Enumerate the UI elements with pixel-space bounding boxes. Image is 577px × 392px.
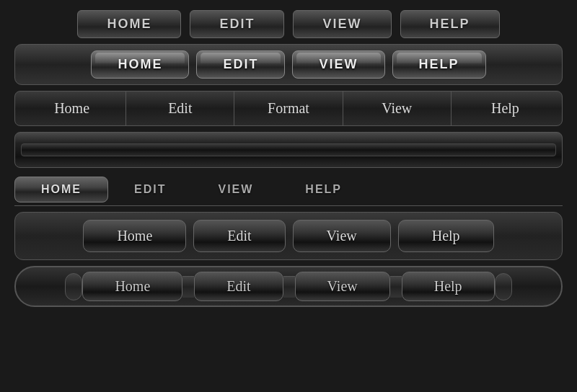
navbar-row6: Home Edit View Help (14, 212, 563, 260)
row3-view-button[interactable]: View (343, 92, 452, 125)
row7-help-button[interactable]: Help (402, 272, 495, 301)
row6-help-button[interactable]: Help (398, 220, 494, 252)
row7-connector2 (283, 276, 295, 298)
navbar-row5-wrapper: HOME EDIT VIEW HELP (14, 174, 563, 206)
row7-connector1 (182, 276, 194, 298)
row1-view-button[interactable]: VIEW (293, 10, 391, 38)
row1-help-button[interactable]: HELP (400, 10, 500, 38)
row4-inner-bar (21, 143, 556, 156)
row2-home-button[interactable]: HOME (91, 50, 189, 79)
navbar-row4 (14, 132, 563, 168)
row2-help-button[interactable]: HELP (392, 50, 486, 79)
row6-edit-button[interactable]: Edit (193, 220, 285, 252)
navbar-row1: HOME EDIT VIEW HELP (14, 10, 563, 38)
navbar-row7: Home Edit View Help (14, 266, 563, 307)
navbar-row2: HOME EDIT VIEW HELP (14, 44, 563, 85)
row3-help-button[interactable]: Help (452, 92, 559, 125)
row7-left-end (65, 273, 82, 300)
row3-edit-button[interactable]: Edit (126, 92, 234, 125)
row5-edit-button[interactable]: EDIT (108, 177, 192, 202)
row1-home-button[interactable]: HOME (77, 10, 181, 38)
row7-home-button[interactable]: Home (82, 272, 182, 301)
navbar-row5: HOME EDIT VIEW HELP (14, 174, 563, 206)
row6-home-button[interactable]: Home (83, 220, 186, 252)
row7-view-button[interactable]: View (295, 272, 390, 301)
row5-help-button[interactable]: HELP (279, 177, 368, 202)
row7-connector3 (390, 276, 402, 298)
row1-edit-button[interactable]: EDIT (190, 10, 284, 38)
row6-view-button[interactable]: View (293, 220, 391, 252)
row3-format-button[interactable]: Format (234, 92, 343, 125)
row3-home-button[interactable]: Home (18, 92, 126, 125)
row2-edit-button[interactable]: EDIT (196, 50, 285, 79)
row2-view-button[interactable]: VIEW (292, 50, 384, 79)
navbar-row3: Home Edit Format View Help (14, 91, 563, 126)
row7-right-end (495, 273, 512, 300)
row7-edit-button[interactable]: Edit (194, 272, 283, 301)
row5-home-button[interactable]: HOME (14, 177, 108, 202)
row5-view-button[interactable]: VIEW (192, 177, 279, 202)
